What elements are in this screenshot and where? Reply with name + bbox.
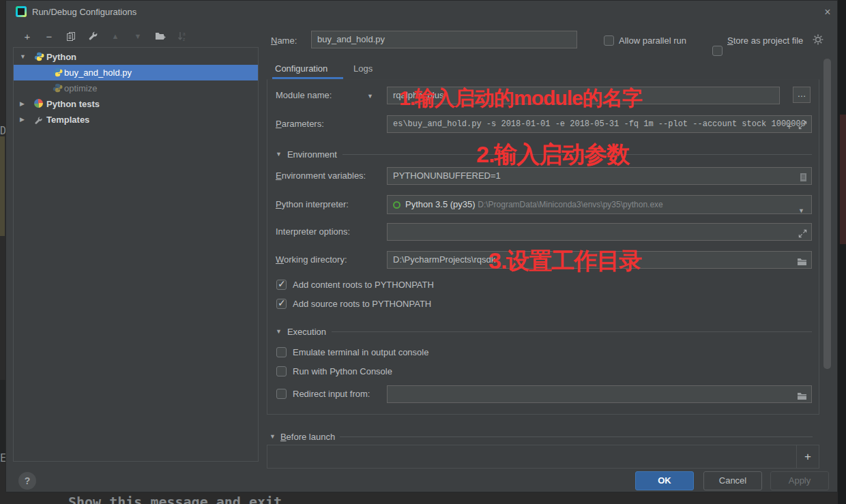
module-name-dropdown-icon[interactable]: ▼ [367,93,373,100]
tree-item-optimize[interactable]: optimize [14,80,258,96]
tree-item-python[interactable]: ▼ Python [14,49,258,65]
interpreter-name: Python 3.5 (py35) [405,199,476,209]
module-name-label: Module name: [276,90,332,100]
section-collapse-icon[interactable]: ▼ [276,151,282,158]
before-launch-section-header[interactable]: ▼ Before launch [267,430,813,443]
add-content-roots-label: Add content roots to PYTHONPATH [293,280,434,290]
redirect-input-field[interactable] [387,385,812,403]
tree-item-label: buy_and_hold.py [64,65,132,80]
add-macro-icon[interactable]: + [787,118,792,133]
annotation-step-2: 2.输入启动参数 [476,139,629,171]
help-button[interactable]: ? [18,472,36,490]
close-icon[interactable]: × [820,5,835,20]
store-as-project-file-label: Store as project file [727,35,803,46]
background-stripe [838,0,846,504]
redirect-input-checkbox[interactable] [276,389,287,399]
tree-item-buy-and-hold[interactable]: buy_and_hold.py [14,65,258,80]
working-directory-label: Working directory: [276,254,347,265]
background-stripe [840,115,846,244]
section-divider [332,331,812,332]
svg-text:a: a [183,31,186,36]
name-label: Name: [271,35,297,46]
annotation-step-1: 1.输入启动的module的名字 [399,85,642,113]
tree-item-label: Templates [46,112,89,128]
copy-configuration-icon[interactable] [65,31,77,43]
tab-configuration[interactable]: Configuration [275,63,327,77]
interpreter-options-label: Interpreter options: [276,226,350,237]
expand-field-icon[interactable] [798,227,807,241]
chevron-down-icon[interactable]: ▼ [20,49,26,65]
edit-templates-wrench-icon[interactable] [87,31,99,43]
chevron-right-icon[interactable]: ▶ [20,96,25,112]
execution-section-label: Execution [287,327,326,337]
section-collapse-icon[interactable]: ▼ [269,433,276,440]
folder-icon[interactable] [797,389,807,403]
add-configuration-button[interactable]: + [21,31,33,43]
emulate-terminal-checkbox[interactable] [276,347,287,357]
working-directory-value: D:\PycharmProjects\rqsdk [393,254,495,265]
allow-parallel-run-checkbox[interactable] [604,35,614,46]
tree-item-python-tests[interactable]: ▶ Python tests [14,96,258,112]
sort-configurations-icon[interactable]: az [176,31,188,43]
annotation-step-3: 3.设置工作目录 [488,246,641,277]
name-input[interactable]: buy_and_hold.py [311,31,577,48]
cancel-button[interactable]: Cancel [703,471,762,490]
tree-item-label: Python [46,49,76,65]
tree-item-label: optimize [64,80,97,96]
ok-button[interactable]: OK [635,471,694,490]
environment-variables-value: PYTHONUNBUFFERED=1 [393,171,501,181]
run-python-console-checkbox[interactable] [276,366,287,376]
store-as-project-file-checkbox[interactable] [712,46,723,56]
background-editor: Show this message and exit [0,492,838,504]
chevron-down-icon[interactable]: ▼ [798,202,804,214]
gear-icon[interactable] [813,34,823,47]
configurations-tree: ▼ Python buy_and_hold.py optimize ▶ Pyth… [13,47,259,462]
background-editor-text: Show this message and exit [68,494,282,504]
tree-item-templates[interactable]: ▶ Templates [14,112,258,128]
new-folder-icon[interactable] [154,31,166,43]
environment-section-label: Environment [287,149,337,160]
move-down-icon[interactable]: ▼ [132,31,144,43]
parameters-label: Parameters: [276,119,324,129]
dialog-title: Run/Debug Configurations [32,7,136,17]
module-name-browse-button[interactable]: … [793,87,811,103]
vertical-scrollbar[interactable] [823,59,831,369]
python-interpreter-label: Python interpreter: [276,199,349,209]
python-icon [53,83,62,93]
redirect-input-label: Redirect input from: [293,389,370,399]
add-content-roots-checkbox[interactable] [276,280,287,290]
before-launch-label: Before launch [280,432,335,442]
python-icon [34,52,44,61]
interpreter-options-input[interactable] [387,223,812,241]
python-icon [53,68,62,77]
section-collapse-icon[interactable]: ▼ [276,328,282,335]
tab-logs[interactable]: Logs [353,63,373,77]
before-launch-add-button[interactable]: + [796,445,819,468]
add-source-roots-label: Add source roots to PYTHONPATH [293,299,431,309]
conda-env-icon [393,201,400,209]
name-value: buy_and_hold.py [317,34,385,44]
apply-button[interactable]: Apply [770,471,829,490]
tree-item-label: Python tests [46,96,100,112]
templates-wrench-icon [34,115,43,130]
pycharm-icon [16,6,27,17]
folder-icon[interactable] [797,255,807,269]
add-source-roots-checkbox[interactable] [276,299,287,309]
background-stripe [0,380,5,460]
expand-field-icon[interactable] [798,119,807,133]
move-up-icon[interactable]: ▲ [109,31,121,43]
execution-section-header[interactable]: ▼ Execution [276,325,812,338]
parameters-input[interactable]: es\buy_and_hold.py -s 2018-01-01 -e 2018… [387,115,812,133]
interpreter-path: D:\ProgramData\Miniconda3\envs\py35\pyth… [478,200,662,209]
browse-variables-icon[interactable] [800,171,807,185]
run-debug-configurations-dialog: Run/Debug Configurations × + − ▲ ▼ az ▼ … [5,0,838,492]
section-divider [340,436,813,437]
remove-configuration-button[interactable]: − [43,31,55,43]
chevron-right-icon[interactable]: ▶ [20,112,25,128]
environment-variables-label: Environment variables: [276,171,366,181]
python-interpreter-select[interactable]: Python 3.5 (py35) D:\ProgramData\Minicon… [387,195,812,214]
svg-text:z: z [183,37,185,42]
before-launch-list: + [267,445,819,469]
parameters-value: es\buy_and_hold.py -s 2018-01-01 -e 2018… [393,119,806,129]
background-stripe [0,136,5,236]
